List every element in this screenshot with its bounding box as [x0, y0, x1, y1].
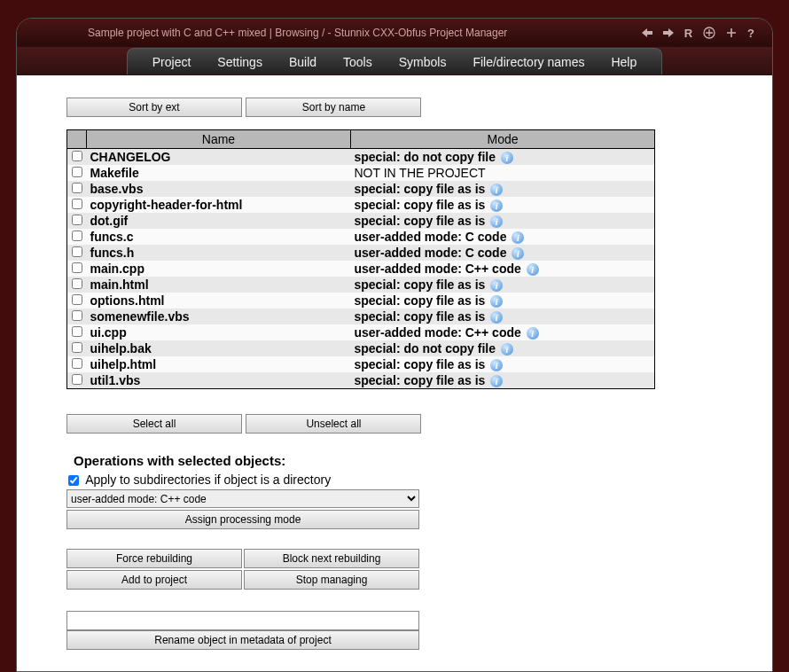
reload-icon[interactable]: R [684, 27, 692, 40]
menu-project[interactable]: Project [152, 55, 191, 69]
table-row: options.htmlspecial: copy file as is i [67, 293, 655, 309]
selection-row: Select all Unselect all [66, 414, 723, 434]
row-checkbox[interactable] [72, 215, 82, 225]
table-row: uihelp.bakspecial: do not copy file i [67, 340, 655, 356]
file-name: util1.vbs [87, 372, 351, 389]
table-row: main.htmlspecial: copy file as is i [67, 277, 655, 293]
operations-heading: Operations with selected objects: [66, 453, 723, 468]
info-icon[interactable]: i [490, 311, 503, 324]
row-checkbox[interactable] [72, 374, 82, 385]
table-row: somenewfile.vbsspecial: copy file as is … [67, 309, 655, 324]
select-all-button[interactable]: Select all [66, 414, 242, 434]
info-icon[interactable]: i [527, 263, 539, 276]
file-mode: special: copy file as is i [351, 197, 655, 213]
back-icon[interactable] [642, 28, 652, 37]
add-to-project-button[interactable]: Add to project [66, 570, 242, 590]
row-checkbox[interactable] [72, 167, 82, 177]
file-mode: special: copy file as is i [351, 277, 655, 293]
file-mode-text: user-added mode: C code [355, 230, 507, 244]
menubar-inner: Project Settings Build Tools Symbols Fil… [127, 48, 663, 74]
info-icon[interactable]: i [490, 375, 503, 387]
file-name: CHANGELOG [87, 149, 351, 166]
table-row: base.vbsspecial: copy file as is i [67, 181, 655, 197]
plus-icon[interactable] [726, 27, 737, 38]
file-mode: special: do not copy file i [351, 340, 655, 356]
menu-build[interactable]: Build [289, 55, 316, 69]
info-icon[interactable]: i [490, 199, 503, 212]
file-name: main.cpp [87, 261, 351, 277]
file-mode: special: copy file as is i [351, 356, 655, 372]
row-checkbox[interactable] [72, 342, 82, 353]
table-row: uihelp.htmlspecial: copy file as is i [67, 356, 655, 372]
file-mode: special: do not copy file i [351, 149, 655, 166]
row-checkbox[interactable] [72, 262, 82, 273]
file-table: Name Mode CHANGELOGspecial: do not copy … [66, 129, 655, 389]
add-circle-icon[interactable] [703, 27, 715, 39]
sort-by-name-button[interactable]: Sort by name [246, 98, 421, 117]
table-row: main.cppuser-added mode: C++ code i [67, 261, 655, 277]
table-row: util1.vbsspecial: copy file as is i [67, 372, 655, 389]
file-name: base.vbs [87, 181, 351, 197]
file-mode: special: copy file as is i [351, 293, 655, 309]
info-icon[interactable]: i [490, 279, 503, 292]
help-icon[interactable]: ? [747, 27, 754, 40]
col-mode: Mode [351, 130, 655, 149]
file-mode-text: special: copy file as is [355, 214, 486, 228]
info-icon[interactable]: i [512, 247, 524, 260]
row-checkbox[interactable] [72, 183, 82, 193]
file-mode: special: copy file as is i [351, 372, 655, 389]
file-mode: special: copy file as is i [351, 213, 655, 229]
file-name: copyright-header-for-html [87, 197, 351, 213]
row-checkbox[interactable] [72, 278, 82, 289]
file-mode: special: copy file as is i [351, 181, 655, 197]
row-checkbox[interactable] [72, 151, 82, 161]
table-row: ui.cppuser-added mode: C++ code i [67, 324, 655, 340]
force-rebuilding-button[interactable]: Force rebuilding [66, 549, 242, 568]
file-mode-text: special: copy file as is [355, 357, 486, 371]
file-name: dot.gif [87, 213, 351, 229]
forward-icon[interactable] [663, 28, 674, 37]
file-mode-text: special: copy file as is [355, 182, 486, 196]
apply-subdirs-checkbox[interactable] [68, 475, 79, 486]
menu-tools[interactable]: Tools [343, 55, 372, 69]
file-name: somenewfile.vbs [87, 309, 351, 324]
row-checkbox[interactable] [72, 326, 82, 337]
info-icon[interactable]: i [490, 184, 503, 196]
menu-help[interactable]: Help [611, 55, 637, 69]
file-name: options.html [87, 293, 351, 309]
sort-row: Sort by ext Sort by name [66, 98, 723, 117]
file-mode-text: special: copy file as is [355, 373, 486, 387]
table-row: MakefileNOT IN THE PROJECT [67, 165, 655, 181]
file-mode: special: copy file as is i [351, 309, 655, 324]
info-icon[interactable]: i [501, 343, 513, 356]
row-checkbox[interactable] [72, 199, 82, 209]
block-next-rebuilding-button[interactable]: Block next rebuilding [244, 549, 419, 568]
sort-by-ext-button[interactable]: Sort by ext [66, 98, 242, 117]
file-mode: user-added mode: C++ code i [351, 261, 655, 277]
row-checkbox[interactable] [72, 294, 82, 305]
apply-subdirs-label: Apply to subdirectories if object is a d… [85, 473, 331, 487]
file-mode-text: special: copy file as is [355, 309, 486, 324]
menu-settings[interactable]: Settings [217, 55, 262, 69]
stop-managing-button[interactable]: Stop managing [244, 570, 419, 590]
row-checkbox[interactable] [72, 310, 82, 321]
info-icon[interactable]: i [501, 152, 513, 164]
info-icon[interactable]: i [512, 231, 524, 244]
info-icon[interactable]: i [490, 295, 503, 308]
rename-button[interactable]: Rename object in metadata of project [66, 630, 419, 650]
rename-input[interactable] [66, 611, 419, 630]
row-checkbox[interactable] [72, 246, 82, 257]
processing-mode-select[interactable]: user-added mode: C++ code [66, 489, 419, 508]
file-mode-text: special: copy file as is [355, 198, 486, 212]
menu-symbols[interactable]: Symbols [399, 55, 447, 69]
info-icon[interactable]: i [527, 327, 539, 340]
assign-mode-button[interactable]: Assign processing mode [66, 510, 419, 529]
info-icon[interactable]: i [490, 359, 503, 371]
file-mode-text: special: copy file as is [355, 293, 486, 308]
menu-file-directory-names[interactable]: File/directory names [473, 55, 584, 69]
info-icon[interactable]: i [490, 215, 503, 228]
col-checkbox [67, 130, 87, 149]
unselect-all-button[interactable]: Unselect all [246, 414, 421, 434]
row-checkbox[interactable] [72, 231, 82, 241]
row-checkbox[interactable] [72, 358, 82, 369]
